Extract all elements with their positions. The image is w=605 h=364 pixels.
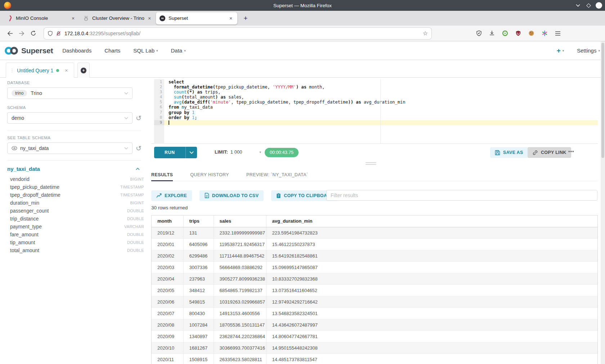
- save-as-button[interactable]: SAVE AS: [490, 147, 528, 158]
- tab-preview-table[interactable]: PREVIEW: `NY_TAXI_DATA`: [246, 168, 308, 181]
- page-scrollbar[interactable]: [601, 41, 605, 364]
- query-tab-close-icon[interactable]: ×: [65, 68, 68, 73]
- table-column-row[interactable]: total_amountDOUBLE: [7, 246, 144, 254]
- filter-results-input[interactable]: [326, 190, 597, 201]
- explore-button[interactable]: EXPLORE: [151, 190, 192, 201]
- schema-select[interactable]: demo: [7, 112, 133, 124]
- settings-menu[interactable]: Settings: [577, 47, 596, 54]
- table-column-row[interactable]: tpep_dropoff_datetimeTIMESTAMP: [7, 191, 144, 199]
- table-column-row[interactable]: trip_distanceDOUBLE: [7, 215, 144, 223]
- window-maximize-icon[interactable]: [585, 2, 592, 9]
- sql-editor[interactable]: 123456789 select format_datetime(tpep_pi…: [151, 79, 598, 144]
- refresh-schema-icon[interactable]: ↺: [136, 115, 142, 122]
- sqllab-sidebar: DATABASE trino Trino SCHEMA demo ↺ SEE T…: [0, 78, 148, 364]
- cookie-extension-icon[interactable]: [528, 30, 534, 36]
- minio-favicon-icon: [7, 15, 13, 21]
- shield-extension-icon[interactable]: [476, 30, 482, 36]
- browser-tab-minio[interactable]: MinIO Console ×: [3, 12, 80, 24]
- tab-close-icon[interactable]: ×: [147, 15, 152, 21]
- result-cell: 30366993.700377416: [214, 342, 266, 354]
- new-tab-button[interactable]: +: [241, 14, 250, 22]
- code-line[interactable]: count(*) as trips,: [164, 90, 598, 95]
- brand-name[interactable]: Superset: [21, 46, 53, 55]
- copy-link-button[interactable]: COPY LINK: [528, 147, 571, 158]
- download-csv-button[interactable]: DOWNLOAD TO CSV: [200, 190, 264, 201]
- table-select[interactable]: ny_taxi_data: [7, 142, 133, 154]
- chevron-up-icon[interactable]: [136, 168, 140, 170]
- table-value: ny_taxi_data: [20, 145, 49, 151]
- refresh-table-icon[interactable]: ↺: [136, 145, 142, 152]
- hamburger-menu-icon[interactable]: [555, 31, 561, 36]
- column-type: DOUBLE: [127, 217, 144, 221]
- lock-insecure-icon[interactable]: [56, 31, 61, 36]
- clipboard-icon: [276, 193, 281, 198]
- save-icon: [495, 150, 500, 155]
- table-column-row[interactable]: payment_typeVARCHAR: [7, 223, 144, 231]
- download-icon[interactable]: [489, 30, 495, 36]
- tab-close-icon[interactable]: ×: [228, 15, 234, 21]
- column-header[interactable]: trips: [183, 215, 214, 227]
- nav-item-data[interactable]: Data▾: [171, 47, 186, 54]
- trino-favicon-icon: [83, 15, 89, 21]
- window-minimize-icon[interactable]: [575, 2, 581, 9]
- reload-icon[interactable]: [27, 28, 39, 39]
- colorful-asterisk-extension-icon[interactable]: [542, 30, 548, 36]
- editor-toolbar: RUN LIMIT: 1 000 ▾ 00:00:43.75 SAVE AS C…: [151, 147, 598, 159]
- nav-item-sqllab[interactable]: SQL Lab▾: [133, 47, 158, 54]
- add-query-tab-button[interactable]: +: [77, 63, 90, 78]
- bookmark-star-icon[interactable]: ☆: [423, 30, 428, 37]
- code-line[interactable]: [164, 120, 598, 125]
- window-close-icon[interactable]: ✕: [596, 2, 602, 9]
- result-cell: 2020/01: [152, 238, 183, 250]
- shield-icon[interactable]: [48, 31, 53, 36]
- run-label: RUN: [154, 150, 185, 155]
- column-header[interactable]: sales: [214, 215, 266, 227]
- query-tab-bar: ⋮ Untitled Query 1 × +: [0, 60, 605, 78]
- nav-item-charts[interactable]: Charts: [104, 47, 120, 54]
- add-new-button[interactable]: +: [557, 47, 561, 55]
- limit-dropdown[interactable]: LIMIT: 1 000 ▾: [215, 149, 261, 155]
- drag-handle-icon[interactable]: ⋮: [10, 68, 14, 73]
- ublock-icon[interactable]: [515, 30, 521, 36]
- run-button[interactable]: RUN: [154, 147, 197, 158]
- editor-code-area[interactable]: select format_datetime(tpep_pickup_datet…: [164, 79, 598, 144]
- database-select[interactable]: trino Trino: [7, 87, 133, 99]
- green-extension-icon[interactable]: [502, 30, 508, 36]
- column-header[interactable]: month: [152, 215, 183, 227]
- table-column-row[interactable]: fare_amountDOUBLE: [7, 231, 144, 238]
- url-bar[interactable]: 172.18.0.4:32295/superset/sqllab/ ☆: [44, 28, 431, 39]
- tab-results[interactable]: RESULTS: [151, 168, 173, 181]
- table-schema-title[interactable]: ny_taxi_data: [7, 166, 136, 172]
- table-column-row[interactable]: tpep_pickup_datetimeTIMESTAMP: [7, 183, 144, 191]
- column-header[interactable]: avg_duration_min: [266, 215, 598, 227]
- tab-query-history[interactable]: QUERY HISTORY: [190, 168, 229, 181]
- code-line[interactable]: select: [164, 79, 598, 85]
- back-icon[interactable]: [4, 28, 16, 39]
- column-type: VARCHAR: [124, 224, 144, 229]
- code-line[interactable]: order by 1;: [164, 115, 598, 120]
- run-options-chevron-icon[interactable]: [185, 147, 197, 158]
- browser-tab-superset[interactable]: ∞ Superset ×: [156, 12, 237, 24]
- query-tab-active[interactable]: ⋮ Untitled Query 1 ×: [6, 63, 74, 78]
- browser-tab-trino[interactable]: Cluster Overview - Trino ×: [80, 12, 156, 24]
- table-column-row[interactable]: passenger_countDOUBLE: [7, 207, 144, 215]
- code-line[interactable]: group by 1: [164, 110, 598, 115]
- code-line[interactable]: from ny_taxi_data: [164, 105, 598, 110]
- code-line[interactable]: avg(date_diff('minute', tpep_pickup_date…: [164, 100, 598, 105]
- table-column-row[interactable]: tip_amountDOUBLE: [7, 238, 144, 246]
- pane-resize-handle[interactable]: [366, 162, 376, 165]
- text-cursor: [169, 120, 169, 125]
- chevron-down-icon: [124, 92, 128, 95]
- column-name: tpep_dropoff_datetime: [10, 192, 120, 198]
- code-line[interactable]: sum(total_amount) as sales,: [164, 95, 598, 100]
- more-options-icon[interactable]: •••: [568, 149, 574, 154]
- forward-icon[interactable]: [16, 28, 27, 39]
- scrollbar-thumb[interactable]: [601, 43, 604, 158]
- tab-close-icon[interactable]: ×: [70, 15, 76, 21]
- column-name: passenger_count: [10, 208, 127, 214]
- nav-item-dashboards[interactable]: Dashboards: [62, 47, 91, 54]
- code-line[interactable]: format_datetime(tpep_pickup_datetime, 'Y…: [164, 85, 598, 90]
- table-column-row[interactable]: duration_minBIGINT: [7, 199, 144, 207]
- database-badge: trino: [12, 90, 27, 96]
- table-column-row[interactable]: vendoridBIGINT: [7, 175, 144, 183]
